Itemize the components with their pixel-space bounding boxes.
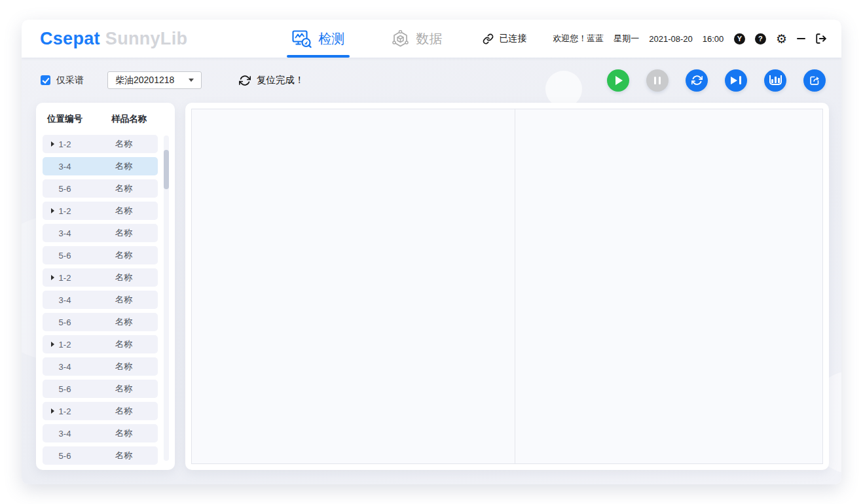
list-item[interactable]: 5-6名称 bbox=[43, 380, 158, 398]
reset-button[interactable] bbox=[686, 69, 708, 92]
welcome-text: 欢迎您！蓝蓝 bbox=[553, 33, 604, 45]
export-button[interactable] bbox=[803, 69, 826, 92]
list-item[interactable]: 5-6名称 bbox=[43, 446, 158, 465]
detection-monitor-icon bbox=[292, 30, 312, 48]
expand-caret-icon[interactable] bbox=[51, 408, 54, 414]
sample-name-cell: 名称 bbox=[101, 361, 146, 372]
sample-name-cell: 名称 bbox=[101, 294, 146, 306]
start-button[interactable] bbox=[607, 69, 629, 92]
list-item[interactable]: 3-4名称 bbox=[43, 224, 158, 242]
list-item[interactable]: 1-2名称 bbox=[43, 402, 158, 420]
scrollbar-thumb[interactable] bbox=[164, 150, 169, 189]
sample-name-cell: 名称 bbox=[101, 227, 146, 239]
pause-icon bbox=[654, 77, 661, 84]
position-text: 3-4 bbox=[59, 162, 71, 171]
pause-button[interactable] bbox=[646, 69, 669, 92]
sample-name-cell: 名称 bbox=[101, 427, 146, 439]
spectrum-plot-area bbox=[191, 109, 823, 464]
toolbar: 仅采谱 柴油20201218 复位完成！ bbox=[22, 58, 841, 103]
position-text: 3-4 bbox=[59, 228, 71, 238]
help-icon[interactable]: ? bbox=[755, 33, 766, 45]
position-text: 1-2 bbox=[59, 406, 71, 416]
minimize-icon[interactable] bbox=[797, 38, 805, 40]
chevron-down-icon bbox=[189, 79, 194, 82]
app-logo: CsepatSunnyLib bbox=[40, 29, 187, 49]
position-text: 1-2 bbox=[59, 273, 71, 283]
tab-detection[interactable]: 检测 bbox=[285, 20, 351, 58]
tab-data[interactable]: 数据 bbox=[385, 20, 449, 58]
sample-name-cell: 名称 bbox=[101, 338, 146, 350]
link-icon bbox=[483, 33, 494, 45]
logo-secondary-text: SunnyLib bbox=[105, 29, 187, 48]
app-window: CsepatSunnyLib 检测 bbox=[22, 20, 841, 484]
position-cell: 5-6 bbox=[43, 251, 87, 261]
position-text: 5-6 bbox=[59, 451, 71, 461]
connection-status: 已连接 bbox=[483, 33, 526, 45]
left-plot-panel bbox=[192, 109, 515, 463]
wrench-icon[interactable]: Y bbox=[734, 33, 745, 45]
spectrum-display-panel bbox=[185, 103, 829, 470]
list-item[interactable]: 1-2名称 bbox=[43, 335, 158, 353]
sample-name-column-header: 样品名称 bbox=[107, 113, 151, 125]
spectrum-only-label: 仅采谱 bbox=[56, 75, 84, 86]
skip-end-icon bbox=[731, 76, 741, 84]
sample-name-cell: 名称 bbox=[101, 183, 146, 194]
position-cell: 5-6 bbox=[43, 384, 87, 394]
sample-list-header: 位置编号 样品名称 bbox=[43, 113, 175, 125]
sample-name-cell: 名称 bbox=[101, 160, 146, 172]
bar-chart-icon bbox=[769, 75, 782, 85]
spectrum-only-checkbox[interactable] bbox=[41, 75, 50, 85]
list-item[interactable]: 5-6名称 bbox=[43, 246, 158, 264]
position-cell: 1-2 bbox=[43, 340, 87, 350]
logo-primary-text: Csepat bbox=[40, 29, 100, 48]
position-cell: 3-4 bbox=[43, 362, 87, 372]
sample-name-cell: 名称 bbox=[101, 405, 146, 417]
position-cell: 5-6 bbox=[43, 451, 87, 461]
play-icon bbox=[615, 76, 623, 85]
list-item[interactable]: 5-6名称 bbox=[43, 313, 158, 331]
list-item[interactable]: 1-2名称 bbox=[43, 268, 158, 287]
list-item[interactable]: 5-6名称 bbox=[43, 179, 158, 198]
skip-button[interactable] bbox=[725, 69, 747, 92]
header-icon-group: Y ? ⚙ bbox=[734, 33, 827, 45]
position-text: 1-2 bbox=[59, 340, 71, 350]
position-text: 5-6 bbox=[59, 384, 71, 394]
time-text: 16:00 bbox=[703, 34, 724, 44]
list-item[interactable]: 3-4名称 bbox=[43, 357, 158, 376]
settings-gear-icon[interactable]: ⚙ bbox=[776, 33, 787, 45]
position-column-header: 位置编号 bbox=[43, 113, 87, 125]
position-text: 1-2 bbox=[59, 139, 71, 149]
app-header: CsepatSunnyLib 检测 bbox=[22, 20, 841, 58]
list-item[interactable]: 1-2名称 bbox=[43, 135, 158, 153]
list-item[interactable]: 3-4名称 bbox=[43, 424, 158, 442]
expand-caret-icon[interactable] bbox=[51, 141, 54, 147]
export-icon bbox=[809, 75, 820, 86]
position-cell: 1-2 bbox=[43, 206, 87, 216]
method-select[interactable]: 柴油20201218 bbox=[107, 71, 202, 89]
sync-icon bbox=[691, 75, 703, 86]
action-button-group bbox=[607, 69, 826, 92]
method-select-value: 柴油20201218 bbox=[115, 75, 174, 86]
sample-name-cell: 名称 bbox=[101, 138, 146, 150]
sample-list-rows: 1-2名称3-4名称5-6名称1-2名称3-4名称5-6名称1-2名称3-4名称… bbox=[43, 135, 158, 465]
list-item[interactable]: 1-2名称 bbox=[43, 202, 158, 220]
sample-list-panel: 位置编号 样品名称 1-2名称3-4名称5-6名称1-2名称3-4名称5-6名称… bbox=[36, 103, 175, 470]
position-cell: 5-6 bbox=[43, 184, 87, 194]
list-item[interactable]: 3-4名称 bbox=[43, 157, 158, 175]
list-item[interactable]: 3-4名称 bbox=[43, 291, 158, 309]
expand-caret-icon[interactable] bbox=[51, 275, 54, 280]
position-text: 5-6 bbox=[59, 184, 71, 194]
sample-name-cell: 名称 bbox=[101, 316, 146, 328]
statistics-button[interactable] bbox=[764, 69, 786, 92]
content-area: 位置编号 样品名称 1-2名称3-4名称5-6名称1-2名称3-4名称5-6名称… bbox=[22, 103, 841, 470]
logout-icon[interactable] bbox=[815, 33, 827, 45]
data-cube-icon bbox=[392, 30, 409, 48]
sample-name-cell: 名称 bbox=[101, 249, 146, 261]
expand-caret-icon[interactable] bbox=[51, 342, 54, 347]
expand-caret-icon[interactable] bbox=[51, 208, 54, 213]
position-text: 5-6 bbox=[59, 251, 71, 261]
position-text: 3-4 bbox=[59, 295, 71, 305]
scrollbar-track[interactable] bbox=[164, 135, 169, 461]
position-text: 3-4 bbox=[59, 362, 71, 372]
date-text: 2021-08-20 bbox=[649, 34, 693, 44]
